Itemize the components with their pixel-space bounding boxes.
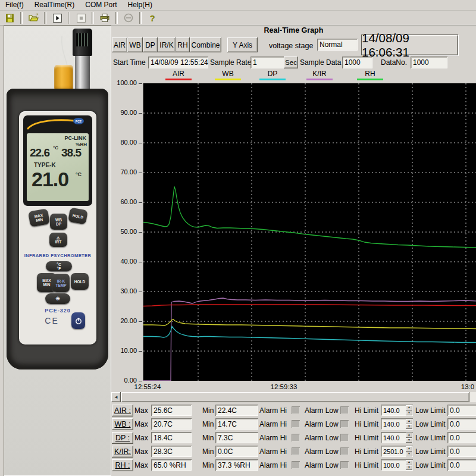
series-wb	[143, 320, 476, 329]
save-button[interactable]	[2, 11, 17, 24]
low-limit-label: Low Limit	[415, 406, 446, 415]
open-button[interactable]	[26, 11, 41, 24]
spinner-up-icon[interactable]: ▲	[406, 405, 412, 411]
max-value-field[interactable]: 28.3C	[151, 446, 192, 457]
chart-legend: AIRWBDPK/IRRH	[0, 70, 476, 83]
data-no-field[interactable]: 1000	[411, 57, 447, 68]
max-value-field[interactable]: 20.7C	[151, 418, 192, 430]
alarm-hi-indicator	[292, 406, 300, 414]
legend-label: DP	[259, 70, 286, 78]
hi-limit-label: Hi Limit	[355, 447, 378, 456]
row-channel-button-rh[interactable]: RH :	[112, 459, 133, 471]
clock-display: 14/08/09 16:06:31	[361, 35, 458, 55]
low-limit-field[interactable]: 0.0	[447, 418, 476, 430]
toolbar-separator	[115, 12, 118, 24]
row-channel-button-air[interactable]: AIR :	[112, 405, 133, 416]
max-value-field[interactable]: 25.6C	[151, 405, 192, 416]
row-channel-button-wb[interactable]: WB :	[112, 418, 133, 430]
spinner-up-icon[interactable]: ▲	[406, 446, 412, 452]
sample-rate-field[interactable]: 1	[250, 57, 285, 68]
voltage-stage-field[interactable]: Normal	[317, 39, 358, 51]
spinner-down-icon[interactable]: ▼	[406, 465, 412, 471]
y-axis-tick-label: 100.00	[117, 79, 137, 86]
hi-limit-spinner[interactable]: ▲▼	[406, 446, 412, 456]
sample-data-label: Sample Data	[300, 58, 341, 67]
menu-realtime[interactable]: RealTime(R)	[29, 0, 80, 10]
hi-limit-field[interactable]: 100.0▲▼	[381, 459, 413, 471]
disconnect-button[interactable]	[121, 11, 136, 24]
start-time-field[interactable]: 14/08/09 12:55:24	[148, 57, 208, 68]
y-axis-tick-label: 40.00	[120, 258, 137, 265]
device-power-button	[71, 312, 85, 329]
low-limit-field[interactable]: 0.0	[447, 446, 476, 457]
spinner-up-icon[interactable]: ▲	[406, 460, 412, 465]
stop-button[interactable]	[73, 11, 89, 24]
legend-item-dp: DP	[259, 70, 286, 80]
sec-button[interactable]: Sec	[284, 57, 298, 68]
channel-button-combine[interactable]: Combine	[190, 37, 221, 52]
low-limit-field[interactable]: 0.0	[447, 459, 476, 471]
channel-button-dp[interactable]: DP	[143, 37, 158, 52]
channel-button-air[interactable]: AIR	[112, 37, 127, 52]
legend-label: WB	[215, 70, 241, 78]
toolbar-separator	[92, 12, 94, 24]
hi-limit-spinner[interactable]: ▲▼	[406, 460, 412, 470]
hi-limit-label: Hi Limit	[355, 406, 378, 415]
legend-item-k-ir: K/IR	[306, 70, 333, 80]
y-axis-tick-label: 70.00	[120, 168, 137, 176]
row-channel-button-kir[interactable]: K/IR:	[112, 446, 133, 458]
spinner-down-icon[interactable]: ▼	[406, 452, 412, 457]
spinner-up-icon[interactable]: ▲	[406, 419, 412, 424]
min-value-field[interactable]: 14.7C	[215, 418, 258, 430]
sample-data-field[interactable]: 1000	[342, 57, 372, 68]
channel-button-irk[interactable]: IR/K	[158, 37, 176, 52]
print-button[interactable]	[97, 11, 112, 24]
alarm-hi-label: Alarm Hi	[259, 434, 287, 442]
y-axis-tick	[139, 292, 142, 292]
alarm-low-label: Alarm Low	[305, 406, 339, 415]
alarm-hi-label: Alarm Hi	[259, 406, 287, 415]
hi-limit-field[interactable]: 140.0▲▼	[381, 418, 413, 430]
hi-limit-field[interactable]: 140.0▲▼	[381, 405, 413, 416]
pce-logo: PCE	[73, 118, 84, 124]
min-value-field[interactable]: 0.0C	[215, 446, 258, 457]
series-k-ir	[143, 298, 476, 381]
y-axis-button[interactable]: Y Axis	[227, 37, 258, 52]
menu-bar: File(f) RealTime(R) COM Port Help(H)	[0, 0, 476, 11]
y-axis-tick	[139, 232, 142, 233]
hi-limit-spinner[interactable]: ▲▼	[406, 433, 412, 443]
min-value-field[interactable]: 22.4C	[215, 405, 258, 416]
alarm-hi-indicator	[292, 447, 300, 455]
scrollbar-left-arrow[interactable]: ◄	[111, 392, 121, 402]
low-limit-field[interactable]: 0.0	[447, 432, 476, 443]
spinner-down-icon[interactable]: ▼	[406, 438, 412, 443]
min-value-field[interactable]: 37.3 %RH	[215, 459, 258, 471]
menu-com-port[interactable]: COM Port	[80, 0, 122, 10]
toolbar-separator	[44, 12, 46, 24]
y-axis-tick	[139, 351, 142, 352]
start-button[interactable]	[49, 11, 65, 24]
row-channel-button-dp[interactable]: DP :	[112, 432, 133, 444]
menu-file[interactable]: File(f)	[0, 0, 29, 10]
max-value-field[interactable]: 18.4C	[151, 432, 192, 443]
channel-button-wb[interactable]: WB	[127, 37, 143, 52]
help-button[interactable]: ?	[145, 11, 160, 24]
spinner-up-icon[interactable]: ▲	[406, 433, 412, 438]
y-axis-tick	[139, 381, 142, 381]
max-value-field[interactable]: 65.0 %RH	[151, 459, 192, 471]
hi-limit-spinner[interactable]: ▲▼	[406, 419, 412, 429]
low-limit-field[interactable]: 0.0	[447, 405, 476, 416]
hi-limit-field[interactable]: 140.0▲▼	[381, 432, 413, 443]
menu-help[interactable]: Help(H)	[123, 0, 158, 10]
y-axis-tick	[139, 202, 142, 203]
series-air	[143, 305, 476, 306]
min-value-field[interactable]: 7.3C	[215, 432, 258, 443]
spinner-down-icon[interactable]: ▼	[406, 411, 412, 416]
max-label: Max	[134, 420, 148, 428]
scrollbar-thumb[interactable]	[121, 392, 469, 402]
spinner-down-icon[interactable]: ▼	[406, 424, 412, 430]
hi-limit-field[interactable]: 2501.0▲▼	[381, 446, 413, 457]
hi-limit-spinner[interactable]: ▲▼	[406, 405, 412, 415]
device-model-label: PCE-320	[19, 308, 96, 314]
channel-button-rh[interactable]: RH	[176, 37, 190, 52]
